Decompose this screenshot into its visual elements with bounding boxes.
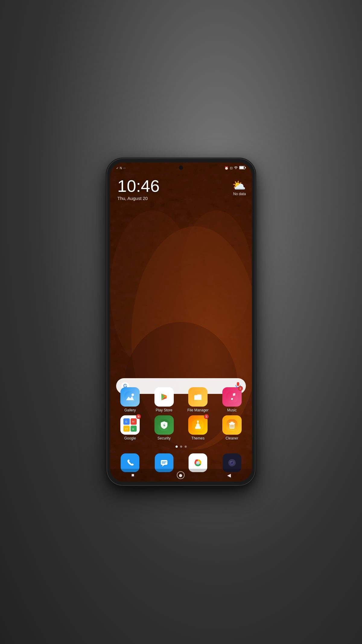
app-cleaner-icon-wrap (222, 415, 242, 435)
notification-icon-sim: N (120, 166, 122, 170)
app-security-label: Security (157, 436, 170, 440)
app-playstore-label: Play Store (156, 408, 172, 412)
svg-text:YT: YT (125, 428, 128, 430)
clock-date: Thu, August 20 (117, 196, 160, 201)
app-cleaner-icon (222, 415, 242, 435)
app-playstore-icon (154, 387, 174, 407)
app-gallery[interactable]: Gallery (117, 387, 143, 412)
app-gallery-icon (120, 387, 140, 407)
app-row-2: G M YT M (113, 415, 249, 440)
google-cell-green: M (131, 426, 137, 432)
app-google[interactable]: G M YT M (117, 415, 143, 440)
weather-icon: ⛅ (232, 179, 246, 192)
page-dot-3 (185, 446, 187, 448)
app-google-icon-wrap: G M YT M (120, 415, 140, 435)
page-dot-1 (176, 446, 178, 448)
google-cell-blue: G (123, 418, 130, 425)
app-grid: Gallery (110, 387, 252, 443)
app-playstore[interactable]: Play Store (151, 387, 177, 412)
google-cell-red: M (131, 418, 137, 425)
app-filemanager-label: File Manager (187, 408, 208, 412)
weather-widget[interactable]: ⛅ No data (232, 179, 246, 196)
music-badge: 1 (238, 386, 243, 391)
app-gallery-icon-wrap (120, 387, 140, 407)
app-security[interactable]: Security (151, 415, 177, 440)
app-themes[interactable]: 1 Themes (185, 415, 211, 440)
app-cleaner[interactable]: Cleaner (219, 415, 245, 440)
nav-home[interactable]: ⬤ (177, 471, 185, 479)
weather-text: No data (232, 192, 246, 196)
app-google-label: Google (124, 436, 136, 440)
svg-rect-6 (240, 166, 244, 169)
svg-rect-18 (226, 391, 238, 403)
svg-point-47 (197, 462, 199, 464)
status-left-icons: ✓ N ··· (116, 166, 126, 170)
navigation-bar: ■ ⬤ ◀ (110, 469, 252, 481)
front-camera (179, 166, 183, 170)
svg-point-3 (181, 210, 252, 338)
svg-text:G: G (125, 420, 127, 423)
svg-rect-38 (161, 460, 167, 465)
clock-area: 10:46 Thu, August 20 (117, 178, 160, 201)
google-cell-yellow: YT (123, 426, 130, 432)
phone-screen: ✓ N ··· ⏰ ⊡ (110, 163, 252, 481)
notification-icon-check: ✓ (116, 166, 119, 170)
app-filemanager-icon (188, 387, 208, 407)
app-security-icon (154, 415, 174, 435)
google-grid: G M YT M (123, 418, 137, 432)
svg-rect-13 (124, 391, 136, 403)
app-themes-label: Themes (192, 436, 205, 440)
app-security-icon-wrap (154, 415, 174, 435)
status-right-icons: ⏰ ⊡ (224, 166, 246, 170)
page-dot-2 (180, 446, 182, 448)
svg-rect-10 (237, 382, 239, 386)
svg-point-53 (230, 461, 231, 462)
svg-text:M: M (132, 420, 135, 423)
svg-rect-7 (245, 167, 246, 168)
app-filemanager-icon-wrap (188, 387, 208, 407)
page-dots (110, 446, 252, 448)
app-row-1: Gallery (113, 387, 249, 412)
alarm-icon: ⏰ (224, 166, 229, 170)
svg-rect-32 (230, 422, 233, 423)
app-music-icon-wrap: 1 (222, 387, 242, 407)
app-cleaner-label: Cleaner (226, 436, 238, 440)
screen-icon: ⊡ (230, 166, 233, 170)
phone-shell: ✓ N ··· ⏰ ⊡ (107, 159, 255, 485)
app-gallery-label: Gallery (124, 408, 136, 412)
nav-recent[interactable]: ■ (131, 472, 134, 478)
battery-icon (239, 166, 246, 170)
notification-icon-more: ··· (123, 166, 125, 170)
themes-badge: 1 (204, 414, 209, 419)
nav-back[interactable]: ◀ (227, 472, 231, 478)
svg-text:M: M (132, 428, 134, 430)
google-badge: 9 (136, 414, 141, 419)
app-filemanager[interactable]: File Manager (185, 387, 211, 412)
clock-time: 10:46 (117, 178, 160, 195)
wifi-icon (234, 166, 238, 170)
app-music-label: Music (227, 408, 237, 412)
svg-point-15 (132, 394, 134, 396)
app-music[interactable]: 1 Music (219, 387, 245, 412)
app-playstore-icon-wrap (154, 387, 174, 407)
app-themes-icon-wrap: 1 (188, 415, 208, 435)
